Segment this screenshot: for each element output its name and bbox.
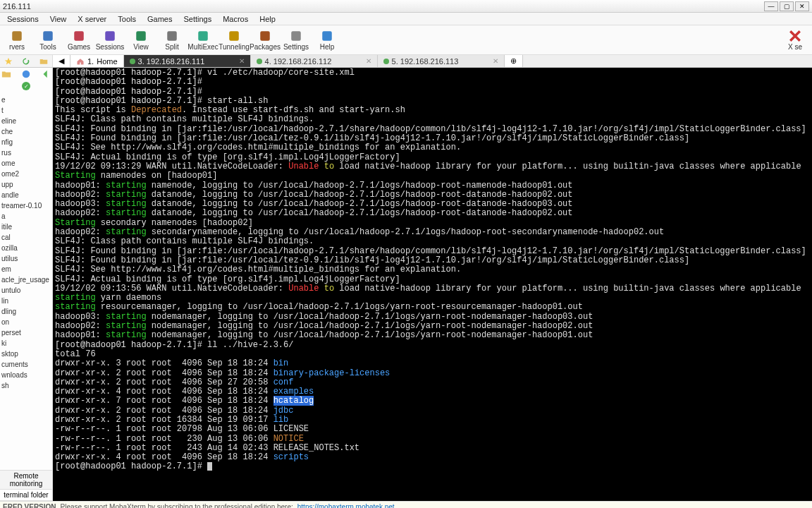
terminal-line: drwxr-xr-x. 2 root root 16384 Sep 19 09:…: [55, 416, 810, 425]
star-icon[interactable]: [4, 57, 13, 66]
status-bar: ERED VERSION Please support MobaXterm by…: [0, 501, 812, 508]
tree-item[interactable]: ki: [0, 338, 52, 349]
tool-tunneling[interactable]: Tunneling: [219, 26, 250, 54]
terminal-line: SLF4J: See http://www.slf4j.org/codes.ht…: [55, 143, 810, 152]
minimize-button[interactable]: —: [764, 1, 778, 11]
tree-item[interactable]: a: [0, 211, 52, 222]
folder-up-icon[interactable]: [1, 69, 11, 79]
sidebar-toolbar: ✓: [0, 68, 52, 93]
menu-tools[interactable]: Tools: [112, 13, 142, 25]
menu-games[interactable]: Games: [142, 13, 178, 25]
tab-nav-left[interactable]: ◀: [53, 55, 70, 67]
remote-monitoring-label[interactable]: Remote monitoring: [0, 471, 52, 490]
maximize-button[interactable]: ▢: [780, 1, 794, 11]
terminal-line: Starting namenodes on [hadoop01]: [55, 171, 810, 181]
tree-item[interactable]: treamer-0.10: [0, 200, 52, 211]
tab-session-192-168-216-113[interactable]: 5. 192.168.216.113✕: [378, 55, 505, 67]
menu-sessions[interactable]: Sessions: [1, 13, 44, 25]
tab-close-icon[interactable]: ✕: [239, 57, 245, 65]
tree-item[interactable]: sktop: [0, 349, 52, 359]
tree-item[interactable]: eline: [0, 116, 52, 126]
terminal-line: [root@hadoop01 hadoop-2.7.1]#: [55, 87, 810, 97]
back-icon[interactable]: [41, 69, 51, 79]
terminal-line: Starting secondary namenodes [hadoop02]: [55, 219, 810, 228]
tree-item[interactable]: che: [0, 126, 52, 137]
terminal-line: This script is Deprecated. Instead use s…: [55, 106, 810, 115]
tree-item[interactable]: rus: [0, 147, 52, 158]
tool-view[interactable]: View: [125, 26, 156, 54]
window-controls: — ▢ ✕: [764, 1, 809, 11]
terminal-line: hadoop03: starting nodemanager, logging …: [55, 313, 810, 322]
tree-item[interactable]: upp: [0, 179, 52, 190]
tool-packages[interactable]: Packages: [250, 26, 281, 54]
tree-item[interactable]: itile: [0, 222, 52, 232]
menu-x-server[interactable]: X server: [72, 13, 112, 25]
folder-icon[interactable]: [39, 57, 48, 66]
file-tree[interactable]: etelinechenfigrusomeome2uppandletreamer-…: [0, 93, 52, 470]
tool-multiexec[interactable]: MultiExec: [187, 26, 219, 54]
svg-rect-4: [136, 31, 146, 41]
status-dot-icon: [257, 59, 262, 64]
tree-item[interactable]: ome: [0, 158, 52, 169]
tab-session-192-168-216-111[interactable]: 3. 192.168.216.111✕: [124, 55, 251, 67]
terminal-line: SLF4J: Actual binding is of type [org.sl…: [55, 275, 810, 284]
menu-settings[interactable]: Settings: [178, 13, 217, 25]
tool-tools[interactable]: Tools: [32, 26, 63, 54]
tree-item[interactable]: on: [0, 317, 52, 327]
tool-split[interactable]: Split: [156, 26, 187, 54]
terminal-line: hadoop03: starting datanode, logging to …: [55, 200, 810, 209]
refresh-icon[interactable]: [22, 57, 30, 66]
svg-point-12: [23, 71, 30, 78]
tree-item[interactable]: untulo: [0, 285, 52, 296]
tool-help[interactable]: Help: [312, 26, 343, 54]
terminal[interactable]: [root@hadoop01 hadoop-2.7.1]# vi ./etc/h…: [53, 68, 812, 501]
globe-icon[interactable]: [21, 69, 31, 79]
tree-item[interactable]: nfig: [0, 137, 52, 147]
games-icon: [73, 30, 85, 42]
home-icon: [76, 57, 85, 66]
tree-item[interactable]: e: [0, 95, 52, 105]
tab-home-num: 1.: [87, 57, 94, 66]
tab-add[interactable]: ⊕: [505, 55, 523, 67]
status-dot-icon: [130, 59, 135, 64]
tunneling-icon: [228, 30, 240, 42]
window-title: 216.111: [3, 2, 764, 11]
terminal-line: [root@hadoop01 hadoop-2.7.1]# start-all.…: [55, 97, 810, 106]
tree-item[interactable]: ozilla: [0, 243, 52, 253]
tree-item[interactable]: utilus: [0, 253, 52, 264]
menu-help[interactable]: Help: [254, 13, 281, 25]
tree-item[interactable]: perset: [0, 327, 52, 338]
tree-item[interactable]: lin: [0, 296, 52, 306]
close-button[interactable]: ✕: [795, 1, 809, 11]
svg-rect-7: [229, 31, 239, 41]
tree-item[interactable]: ome2: [0, 169, 52, 179]
tab-session-192-168-216-112[interactable]: 4. 192.168.216.112✕: [251, 55, 378, 67]
tree-item[interactable]: acle_jre_usage: [0, 274, 52, 285]
tab-close-icon[interactable]: ✕: [493, 57, 498, 65]
tree-item[interactable]: em: [0, 264, 52, 274]
tree-item[interactable]: cuments: [0, 359, 52, 370]
tree-item[interactable]: t: [0, 105, 52, 116]
status-link[interactable]: https://mobaxterm.mobatek.net: [297, 503, 395, 508]
terminal-line: drwxr-xr-x. 2 root root 4096 Sep 18 18:2…: [55, 406, 810, 416]
tool-sessions[interactable]: Sessions: [94, 26, 125, 54]
terminal-line: SLF4J: Found binding in [jar:file:/usr/l…: [55, 247, 810, 256]
tree-item[interactable]: cal: [0, 232, 52, 243]
tool-xserver[interactable]: X se: [780, 26, 811, 54]
tab-close-icon[interactable]: ✕: [366, 57, 371, 65]
tree-item[interactable]: sh: [0, 380, 52, 391]
tool-rvers[interactable]: rvers: [1, 26, 32, 54]
menu-macros[interactable]: Macros: [217, 13, 254, 25]
terminal-folder-toggle[interactable]: terminal folder: [0, 490, 52, 501]
terminal-line: [root@hadoop01 hadoop-2.7.1]# vi ./etc/h…: [55, 68, 810, 78]
tree-item[interactable]: dling: [0, 306, 52, 317]
terminal-line: drwxr-xr-x. 4 root root 4096 Sep 18 18:2…: [55, 387, 810, 397]
svg-rect-0: [12, 31, 22, 41]
tree-item[interactable]: wnloads: [0, 370, 52, 380]
tool-games[interactable]: Games: [63, 26, 94, 54]
tool-settings[interactable]: Settings: [281, 26, 312, 54]
tab-home[interactable]: 1. Home: [70, 55, 124, 67]
menu-view[interactable]: View: [44, 13, 73, 25]
terminal-line: drwxr-xr-x. 4 root root 4096 Sep 18 18:2…: [55, 453, 810, 462]
tree-item[interactable]: andle: [0, 190, 52, 200]
